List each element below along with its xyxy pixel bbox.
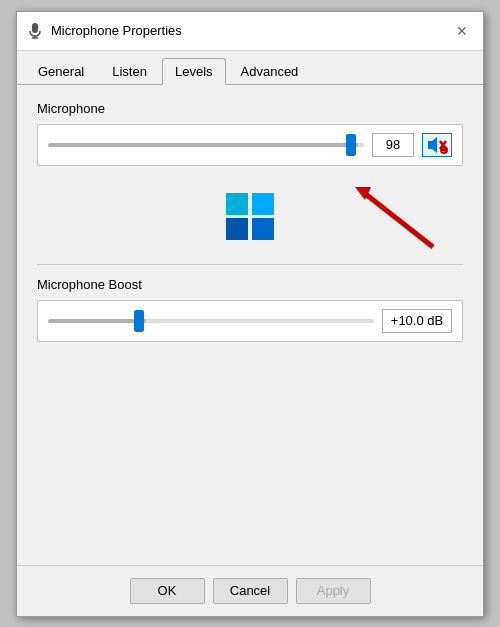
microphone-label: Microphone (37, 101, 463, 116)
boost-thumb[interactable] (134, 310, 144, 332)
tab-levels[interactable]: Levels (162, 58, 226, 85)
boost-fill (48, 319, 146, 323)
footer: OK Cancel Apply (17, 565, 483, 616)
svg-rect-0 (32, 23, 38, 33)
boost-label: Microphone Boost (37, 277, 463, 292)
logo-br (252, 218, 274, 240)
window: Microphone Properties ✕ General Listen L… (16, 11, 484, 617)
microphone-thumb[interactable] (346, 134, 356, 156)
ok-button[interactable]: OK (130, 578, 205, 604)
logo-tl (226, 193, 248, 215)
section-divider (37, 264, 463, 265)
boost-value: +10.0 dB (382, 309, 452, 333)
microphone-slider-container (48, 135, 364, 155)
apply-button[interactable]: Apply (296, 578, 371, 604)
microphone-icon (27, 23, 43, 39)
svg-line-8 (363, 192, 433, 247)
close-button[interactable]: ✕ (451, 20, 473, 42)
microphone-track (48, 143, 364, 147)
tab-listen[interactable]: Listen (99, 58, 160, 85)
annotation-area (37, 182, 463, 252)
microphone-section: Microphone 98 (37, 101, 463, 166)
boost-slider-row: +10.0 dB (37, 300, 463, 342)
red-arrow-annotation (333, 182, 453, 255)
logo-tr (252, 193, 274, 215)
tab-bar: General Listen Levels Advanced (17, 51, 483, 85)
svg-marker-3 (428, 137, 437, 153)
boost-slider-container (48, 311, 374, 331)
window-title: Microphone Properties (51, 23, 182, 38)
boost-track (48, 319, 374, 323)
microphone-slider-row: 98 – (37, 124, 463, 166)
cancel-button[interactable]: Cancel (213, 578, 288, 604)
titlebar: Microphone Properties ✕ (17, 12, 483, 51)
logo-bl (226, 218, 248, 240)
microphone-value: 98 (372, 133, 414, 157)
microphone-fill (48, 143, 358, 147)
titlebar-left: Microphone Properties (27, 23, 182, 39)
windows-logo (226, 193, 274, 241)
tab-advanced[interactable]: Advanced (228, 58, 312, 85)
boost-section: Microphone Boost +10.0 dB (37, 277, 463, 342)
microphone-mute-button[interactable]: – (422, 133, 452, 157)
tab-general[interactable]: General (25, 58, 97, 85)
content-area: Microphone 98 (17, 85, 483, 565)
